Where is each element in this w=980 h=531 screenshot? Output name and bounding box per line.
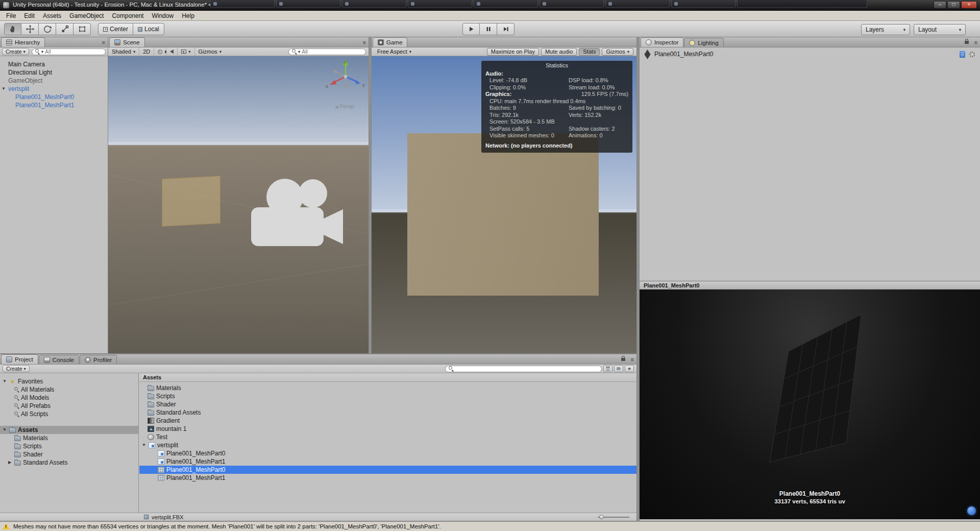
tab-game[interactable]: Game [373, 37, 407, 47]
help-icon[interactable] [960, 51, 965, 58]
sidebar-folder-shader[interactable]: Shader [0, 450, 138, 458]
asset-meshpart1-mesh[interactable]: Plane001_MeshPart1 [139, 474, 636, 482]
favorite-all-scripts[interactable]: All Scripts [0, 410, 138, 418]
tab-inspector[interactable]: Inspector [641, 37, 683, 47]
assets-root-folder[interactable]: ▼ Assets [0, 426, 138, 434]
panel-menu-icon[interactable]: ≡ [360, 39, 369, 45]
background-window-tab[interactable] [540, 0, 604, 8]
search-by-type-button[interactable] [603, 365, 612, 372]
maximize-button[interactable]: □ [947, 1, 960, 9]
mute-audio-button[interactable]: Mute audio [541, 48, 577, 56]
hierarchy-item-meshpart0[interactable]: Plane001_MeshPart0 [0, 93, 108, 101]
draw-mode-dropdown[interactable]: Shaded ▾ [108, 47, 139, 56]
menu-edit[interactable]: Edit [20, 11, 39, 20]
menu-component[interactable]: Component [108, 11, 148, 20]
favorites-filter-button[interactable]: ★ [625, 365, 634, 372]
foldout-icon[interactable]: ▼ [1, 87, 6, 91]
tab-lighting[interactable]: Lighting [684, 38, 723, 47]
scene-viewport[interactable]: y x z ◀ Persp [108, 56, 369, 353]
menu-help[interactable]: Help [178, 11, 199, 20]
panel-menu-icon[interactable]: ≡ [100, 39, 108, 45]
favorite-all-prefabs[interactable]: All Prefabs [0, 402, 138, 410]
asset-meshpart1-model[interactable]: Plane001_MeshPart1 [139, 457, 636, 466]
toggle-2d-button[interactable]: 2D [139, 47, 154, 56]
scene-effects-dropdown[interactable]: ▾ [178, 47, 194, 56]
tab-scene[interactable]: Scene [109, 37, 145, 47]
aspect-dropdown[interactable]: Free Aspect ▾ [374, 47, 415, 56]
layout-dropdown[interactable]: Layout ▾ [914, 24, 966, 35]
perspective-toggle[interactable]: ◀ Persp [322, 103, 368, 109]
game-viewport[interactable]: Statistics Audio: Level: -74.8 dBDSP loa… [372, 56, 636, 353]
hierarchy-item-gameobject[interactable]: GameObject [0, 77, 108, 85]
scene-search-input[interactable]: ▾ All [288, 49, 366, 55]
background-window-tab[interactable] [671, 0, 736, 8]
stats-button[interactable]: Stats [579, 48, 600, 56]
maximize-on-play-button[interactable]: Maximize on Play [487, 48, 539, 56]
foldout-icon[interactable]: ▼ [2, 428, 7, 432]
asset-standard-assets[interactable]: Standard Assets [139, 408, 636, 417]
asset-shader[interactable]: Shader [139, 400, 636, 408]
foldout-icon[interactable]: ▼ [2, 379, 7, 383]
asset-vertsplit[interactable]: ▼vertsplit [139, 441, 636, 449]
lock-icon[interactable] [965, 41, 969, 44]
rect-tool-button[interactable] [74, 23, 91, 35]
lock-icon[interactable] [621, 358, 625, 361]
close-button[interactable]: × [961, 1, 977, 9]
hierarchy-item-vertsplit[interactable]: ▼vertsplit [0, 85, 108, 93]
tab-console[interactable]: Console [39, 355, 79, 364]
thumbnail-size-slider[interactable] [598, 515, 629, 520]
foldout-icon[interactable]: ▶ [7, 461, 12, 465]
project-search-input[interactable] [445, 366, 602, 372]
preview-light-button[interactable] [967, 506, 976, 515]
status-bar[interactable]: Meshes may not have more than 65534 vert… [0, 521, 980, 531]
mesh-preview[interactable]: Plane001_MeshPart0 33137 verts, 65534 tr… [640, 289, 980, 519]
sidebar-folder-standard-assets[interactable]: ▶Standard Assets [0, 458, 138, 467]
scale-tool-button[interactable] [56, 23, 74, 35]
panel-menu-icon[interactable]: ≡ [628, 356, 636, 363]
asset-meshpart0-model[interactable]: Plane001_MeshPart0 [139, 449, 636, 457]
scene-gizmos-dropdown[interactable]: Gizmos ▾ [195, 47, 226, 56]
menu-window[interactable]: Window [148, 11, 178, 20]
favorites-foldout[interactable]: ▼ ★ Favorites [0, 377, 138, 385]
hierarchy-item-directional-light[interactable]: Directional Light [0, 68, 108, 77]
pivot-center-button[interactable]: Center [98, 23, 133, 35]
panel-menu-icon[interactable]: ≡ [972, 39, 980, 45]
asset-scripts[interactable]: Scripts [139, 392, 636, 400]
hierarchy-search-input[interactable]: ▾ All [32, 49, 106, 55]
menu-gameobject[interactable]: GameObject [65, 11, 108, 20]
create-button[interactable]: Create ▾ [2, 48, 29, 55]
move-tool-button[interactable] [21, 23, 39, 35]
pause-button[interactable] [480, 23, 497, 35]
space-local-button[interactable]: Local [133, 23, 164, 35]
hand-tool-button[interactable] [4, 23, 21, 35]
search-by-label-button[interactable] [614, 365, 623, 372]
selected-plane-object[interactable] [162, 176, 220, 227]
hierarchy-item-main-camera[interactable]: Main Camera [0, 60, 108, 68]
background-window-tab[interactable] [474, 0, 538, 8]
menu-file[interactable]: File [2, 11, 20, 20]
tab-hierarchy[interactable]: Hierarchy [1, 37, 45, 47]
asset-materials[interactable]: Materials [139, 384, 636, 392]
sidebar-folder-materials[interactable]: Materials [0, 434, 138, 442]
scene-audio-toggle[interactable] [166, 47, 178, 56]
minimize-button[interactable]: – [934, 1, 946, 9]
camera-gizmo-icon[interactable] [245, 175, 347, 256]
asset-gradient[interactable]: Gradient [139, 417, 636, 425]
rotate-tool-button[interactable] [39, 23, 56, 35]
gear-icon[interactable] [969, 52, 975, 57]
asset-mountain1[interactable]: mountain 1 [139, 425, 636, 433]
background-window-tab[interactable] [605, 0, 670, 8]
background-window[interactable] [737, 0, 867, 8]
background-window-tab[interactable] [408, 0, 472, 8]
asset-meshpart0-mesh-selected[interactable]: Plane001_MeshPart0 [139, 466, 636, 474]
favorite-all-materials[interactable]: All Materials [0, 385, 138, 394]
background-window-tab[interactable] [342, 0, 406, 8]
title-bar[interactable]: Unity Personal (64bit) - Test.unity - Er… [0, 0, 980, 11]
step-button[interactable] [497, 23, 514, 35]
hierarchy-item-meshpart1[interactable]: Plane001_MeshPart1 [0, 101, 108, 109]
game-gizmos-dropdown[interactable]: Gizmos ▾ [602, 48, 633, 56]
sidebar-folder-scripts[interactable]: Scripts [0, 442, 138, 450]
create-button[interactable]: Create ▾ [3, 365, 30, 372]
preview-header[interactable]: Plane001_MeshPart0 [640, 281, 980, 289]
foldout-icon[interactable]: ▼ [141, 443, 146, 447]
